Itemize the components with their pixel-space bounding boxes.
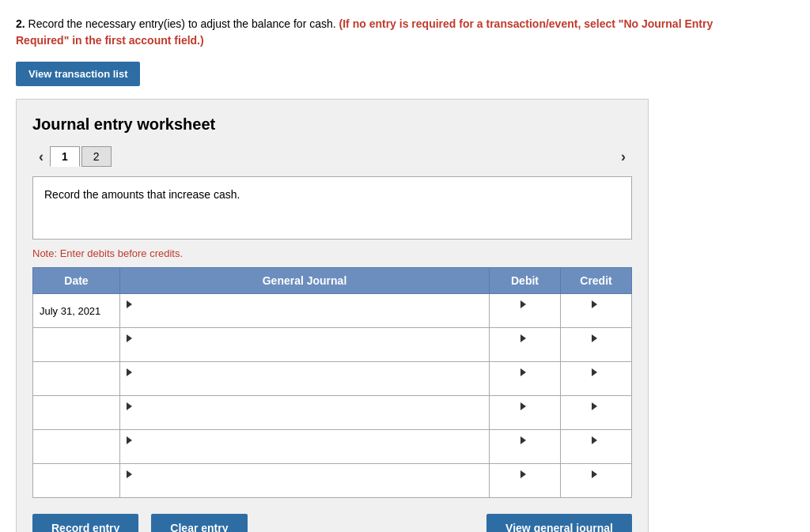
table-row xyxy=(33,362,632,396)
triangle-credit-icon-0 xyxy=(592,300,597,308)
cell-credit-2[interactable] xyxy=(561,362,632,396)
triangle-credit-icon-5 xyxy=(592,470,597,478)
input-credit-5[interactable] xyxy=(567,481,625,492)
triangle-icon-5 xyxy=(127,470,132,478)
description-text: Record the amounts that increase cash. xyxy=(44,188,240,201)
cell-debit-0[interactable] xyxy=(490,294,561,328)
triangle-icon-0 xyxy=(127,300,132,308)
cell-credit-3[interactable] xyxy=(561,396,632,430)
description-box: Record the amounts that increase cash. xyxy=(32,176,632,240)
clear-entry-button[interactable]: Clear entry xyxy=(151,514,247,532)
input-credit-3[interactable] xyxy=(567,413,625,424)
input-debit-4[interactable] xyxy=(496,447,554,458)
cell-journal-5[interactable] xyxy=(120,464,490,498)
col-header-date: Date xyxy=(33,268,120,294)
view-transaction-button[interactable]: View transaction list xyxy=(16,62,140,86)
table-row xyxy=(33,464,632,498)
cell-credit-5[interactable] xyxy=(561,464,632,498)
instruction-normal: Record the necessary entry(ies) to adjus… xyxy=(28,17,339,30)
journal-table: Date General Journal Debit Credit July 3… xyxy=(32,267,632,498)
input-credit-1[interactable] xyxy=(567,345,625,357)
cell-date-0: July 31, 2021 xyxy=(33,294,120,328)
input-credit-0[interactable] xyxy=(567,311,625,323)
triangle-icon-1 xyxy=(127,334,132,342)
input-journal-2[interactable] xyxy=(127,379,483,391)
table-row xyxy=(33,328,632,362)
cell-journal-3[interactable] xyxy=(120,396,490,430)
triangle-icon-2 xyxy=(127,368,132,376)
cell-journal-2[interactable] xyxy=(120,362,490,396)
col-header-credit: Credit xyxy=(561,268,632,294)
worksheet-title: Journal entry worksheet xyxy=(32,115,632,134)
cell-journal-0[interactable] xyxy=(120,294,490,328)
col-header-journal: General Journal xyxy=(120,268,490,294)
input-debit-0[interactable] xyxy=(496,311,554,323)
cell-journal-1[interactable] xyxy=(120,328,490,362)
table-row xyxy=(33,396,632,430)
col-header-debit: Debit xyxy=(490,268,561,294)
input-debit-2[interactable] xyxy=(496,379,554,391)
cell-date-4 xyxy=(33,430,120,464)
nav-left-arrow[interactable]: ‹ xyxy=(32,147,50,167)
triangle-debit-icon-5 xyxy=(520,470,526,478)
triangle-credit-icon-1 xyxy=(592,334,597,342)
cell-debit-4[interactable] xyxy=(490,430,561,464)
input-journal-4[interactable] xyxy=(127,447,483,458)
cell-debit-3[interactable] xyxy=(490,396,561,430)
triangle-credit-icon-2 xyxy=(592,368,597,376)
table-row: July 31, 2021 xyxy=(33,294,632,328)
input-journal-3[interactable] xyxy=(127,413,483,424)
cell-date-1 xyxy=(33,328,120,362)
instruction-number: 2. xyxy=(16,17,25,30)
button-row: Record entry Clear entry View general jo… xyxy=(32,514,632,532)
table-row xyxy=(33,430,632,464)
input-journal-0[interactable] xyxy=(127,311,483,323)
cell-credit-4[interactable] xyxy=(561,430,632,464)
cell-debit-5[interactable] xyxy=(490,464,561,498)
input-journal-5[interactable] xyxy=(127,481,483,492)
cell-debit-2[interactable] xyxy=(490,362,561,396)
triangle-credit-icon-4 xyxy=(592,436,597,444)
cell-credit-1[interactable] xyxy=(561,328,632,362)
triangle-icon-4 xyxy=(127,436,132,444)
cell-date-5 xyxy=(33,464,120,498)
input-debit-3[interactable] xyxy=(496,413,554,424)
cell-journal-4[interactable] xyxy=(120,430,490,464)
cell-debit-1[interactable] xyxy=(490,328,561,362)
input-debit-1[interactable] xyxy=(496,345,554,357)
triangle-debit-icon-0 xyxy=(520,300,526,308)
triangle-debit-icon-4 xyxy=(520,436,526,444)
worksheet-container: Journal entry worksheet ‹ 1 2 › Record t… xyxy=(16,99,649,532)
view-general-journal-button[interactable]: View general journal xyxy=(486,514,632,532)
tab-2[interactable]: 2 xyxy=(81,146,112,167)
cell-date-2 xyxy=(33,362,120,396)
note-text: Note: Enter debits before credits. xyxy=(32,247,632,259)
triangle-debit-icon-1 xyxy=(520,334,526,342)
input-debit-5[interactable] xyxy=(496,481,554,492)
nav-right-arrow[interactable]: › xyxy=(615,147,632,167)
triangle-credit-icon-3 xyxy=(592,402,597,410)
instruction-text: 2. Record the necessary entry(ies) to ad… xyxy=(16,16,728,49)
tab-nav: ‹ 1 2 › xyxy=(32,146,632,167)
cell-date-3 xyxy=(33,396,120,430)
triangle-debit-icon-3 xyxy=(520,402,526,410)
record-entry-button[interactable]: Record entry xyxy=(32,514,138,532)
tab-1[interactable]: 1 xyxy=(50,146,80,167)
cell-credit-0[interactable] xyxy=(561,294,632,328)
input-credit-2[interactable] xyxy=(567,379,625,391)
triangle-icon-3 xyxy=(127,402,132,410)
input-journal-1[interactable] xyxy=(127,345,483,357)
input-credit-4[interactable] xyxy=(567,447,625,458)
triangle-debit-icon-2 xyxy=(520,368,526,376)
